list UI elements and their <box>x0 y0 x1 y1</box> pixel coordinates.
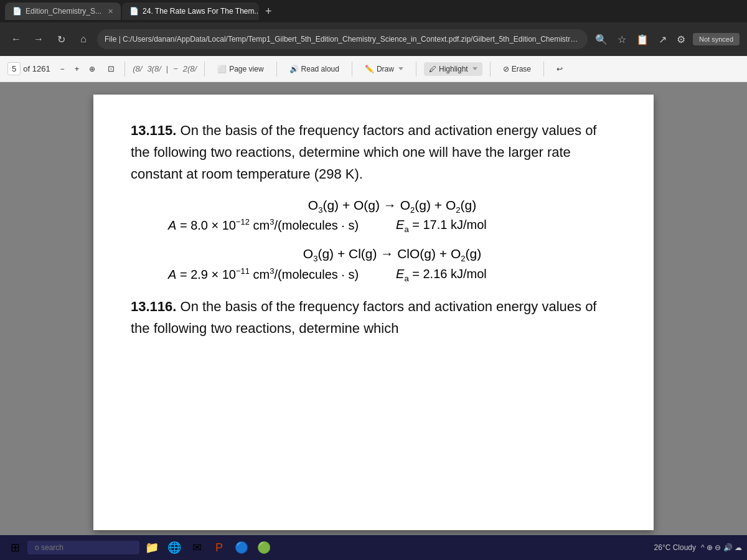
page-view-icon: ⬜ <box>217 65 227 73</box>
reaction-2-params: A = 2.9 × 10−11 cm3/(molecules · s) Ea =… <box>168 266 616 284</box>
highlight-label: Highlight <box>439 65 468 73</box>
zoom-ratio-2: 3(8/ <box>147 64 161 73</box>
taskbar-search[interactable] <box>27 541 139 554</box>
browser-chrome: 📄 Edition_Chemistry_S... ✕ 📄 24. The Rat… <box>0 0 747 56</box>
taskbar-right: 26°C Cloudy ^ ⊕ ⊖ 🔊 ☁ <box>654 543 742 552</box>
reaction-1-Ea: Ea = 17.1 kJ/mol <box>396 218 487 234</box>
page-info: 5 of 1261 <box>7 62 50 75</box>
taskbar-mail[interactable]: ✉ <box>187 538 207 558</box>
rotate-button[interactable]: ↩ <box>552 62 568 76</box>
star-icon[interactable]: ☆ <box>615 31 629 48</box>
highlight-chevron-icon <box>472 67 477 70</box>
problem-body-13115: O3(g) + O(g) → O2(g) + O2(g) A = 8.0 × 1… <box>168 198 616 284</box>
reaction-2-A: A = 2.9 × 10−11 cm3/(molecules · s) <box>168 266 359 282</box>
read-aloud-icon: 🔊 <box>289 65 299 73</box>
tab-close-icon[interactable]: ✕ <box>108 7 113 16</box>
start-button[interactable]: ⊞ <box>5 538 25 558</box>
reaction-pair-2: O3(g) + Cl(g) → ClO(g) + O2(g) A = 2.9 ×… <box>168 246 616 283</box>
pdf-toolbar: 5 of 1261 − + ⊕ ⊡ (8/ 3(8/ | − 2(8/ ⬜ Pa… <box>0 56 747 82</box>
taskbar-system-icons: ^ ⊕ ⊖ 🔊 ☁ <box>701 543 742 552</box>
problem-13115: 13.115. On the basis of the frequency fa… <box>131 119 616 185</box>
toolbar-separator-1 <box>125 62 125 77</box>
home-button[interactable]: ⌂ <box>75 30 92 48</box>
taskbar-app1[interactable]: 🔵 <box>232 538 251 558</box>
toolbar-separator-5 <box>416 62 416 77</box>
zoom-value: + <box>75 64 80 73</box>
address-text: File | C:/Users/danan/AppData/Local/Temp… <box>105 35 580 44</box>
search-icon[interactable]: 🔍 <box>593 31 610 48</box>
taskbar: ⊞ 📁 🌐 ✉ P 🔵 🟢 26°C Cloudy ^ ⊕ ⊖ 🔊 ☁ <box>0 535 747 560</box>
toolbar-separator-3 <box>276 62 277 77</box>
tab-label: Edition_Chemistry_S... <box>26 7 101 16</box>
toolbar-separator-7 <box>543 62 544 77</box>
page-view-label: Page view <box>229 65 263 73</box>
read-aloud-label: Read aloud <box>301 65 339 73</box>
toolbar-separator-6 <box>490 62 491 77</box>
zoom-out-button[interactable]: − <box>55 62 70 76</box>
problem-number-13116: 13.116. <box>131 299 176 314</box>
problem-text-13116: On the basis of the frequency factors an… <box>131 299 596 336</box>
highlight-icon: 🖊 <box>429 65 436 73</box>
weather-info: 26°C Cloudy <box>654 543 697 552</box>
new-tab-button[interactable]: + <box>260 5 277 18</box>
address-bar[interactable]: File | C:/Users/danan/AppData/Local/Temp… <box>97 29 588 49</box>
taskbar-file-explorer[interactable]: 📁 <box>142 538 162 558</box>
tab-rate-laws[interactable]: 📄 24. The Rate Laws For The Them... ✕ <box>122 2 259 20</box>
settings-icon[interactable]: ⚙ <box>674 31 688 48</box>
draw-icon: ✏️ <box>365 65 374 73</box>
reaction-2-equation: O3(g) + Cl(g) → ClO(g) + O2(g) <box>168 246 616 263</box>
zoom-in-button[interactable]: ⊕ <box>84 62 100 76</box>
back-button[interactable]: ← <box>7 30 25 48</box>
zoom-ratio-1: (8/ <box>133 64 142 73</box>
tab-favicon-active: 📄 <box>129 7 139 16</box>
zoom-ratio-4: 2(8/ <box>183 64 197 73</box>
refresh-button[interactable]: ↻ <box>52 30 70 48</box>
taskbar-app2[interactable]: 🟢 <box>254 538 274 558</box>
erase-button[interactable]: ⊘ Erase <box>498 62 536 76</box>
address-bar-row: ← → ↻ ⌂ File | C:/Users/danan/AppData/Lo… <box>0 22 747 56</box>
reaction-pair-1: O3(g) + O(g) → O2(g) + O2(g) A = 8.0 × 1… <box>168 198 616 235</box>
forward-button[interactable]: → <box>30 30 47 48</box>
reaction-1-equation: O3(g) + O(g) → O2(g) + O2(g) <box>168 198 616 215</box>
erase-label: Erase <box>512 65 531 73</box>
erase-icon: ⊘ <box>503 65 509 73</box>
browser-icons: 🔍 ☆ 📋 ↗ ⚙ Not synced <box>593 31 740 48</box>
reaction-1-A: A = 8.0 × 10−12 cm3/(molecules · s) <box>168 217 359 233</box>
zoom-ratio-3: − <box>173 64 178 73</box>
problem-number-13115: 13.115. <box>131 123 176 138</box>
not-synced-button[interactable]: Not synced <box>693 33 740 45</box>
tab-favicon: 📄 <box>12 7 22 16</box>
reaction-1-params: A = 8.0 × 10−12 cm3/(molecules · s) Ea =… <box>168 217 616 235</box>
tab-edition-chemistry[interactable]: 📄 Edition_Chemistry_S... ✕ <box>5 2 121 20</box>
problem-text-13115: On the basis of the frequency factors an… <box>131 123 596 182</box>
draw-label: Draw <box>377 65 394 73</box>
tab-bar: 📄 Edition_Chemistry_S... ✕ 📄 24. The Rat… <box>0 0 747 22</box>
page-total: of 1261 <box>23 64 50 73</box>
taskbar-edge[interactable]: 🌐 <box>164 538 184 558</box>
page-view-button[interactable]: ⬜ Page view <box>212 62 268 76</box>
taskbar-powerpoint[interactable]: P <box>209 538 229 558</box>
share-icon[interactable]: ↗ <box>656 31 669 48</box>
zoom-ratio-sep: | <box>166 64 168 73</box>
highlight-button[interactable]: 🖊 Highlight <box>424 62 482 76</box>
page-current[interactable]: 5 <box>7 62 21 75</box>
pdf-content-area[interactable]: 13.115. On the basis of the frequency fa… <box>0 82 747 535</box>
collections-icon[interactable]: 📋 <box>634 31 651 48</box>
problem-13116: 13.116. On the basis of the frequency fa… <box>131 296 616 339</box>
pdf-page: 13.115. On the basis of the frequency fa… <box>93 95 654 530</box>
zoom-display1: ⊡ <box>108 64 115 73</box>
toolbar-separator-2 <box>204 62 205 77</box>
toolbar-separator-4 <box>352 62 352 77</box>
draw-chevron-icon <box>398 67 403 70</box>
reaction-2-Ea: Ea = 2.16 kJ/mol <box>396 267 487 283</box>
draw-button[interactable]: ✏️ Draw <box>360 62 408 76</box>
rotate-icon: ↩ <box>557 65 563 73</box>
read-aloud-button[interactable]: 🔊 Read aloud <box>284 62 344 76</box>
tab-label-active: 24. The Rate Laws For The Them... <box>143 7 259 16</box>
